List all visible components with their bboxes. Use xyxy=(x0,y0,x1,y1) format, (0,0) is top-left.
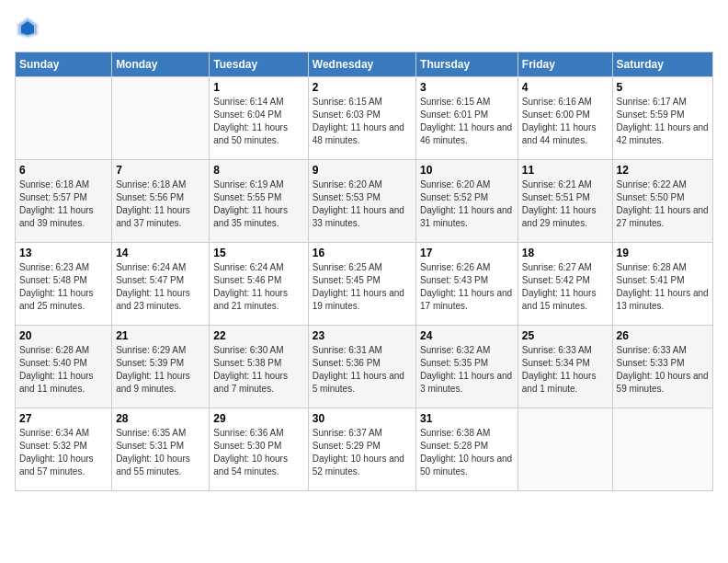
day-cell: 31Sunrise: 6:38 AM Sunset: 5:28 PM Dayli… xyxy=(416,408,518,491)
day-cell: 22Sunrise: 6:30 AM Sunset: 5:38 PM Dayli… xyxy=(210,326,308,408)
day-cell xyxy=(518,408,612,491)
day-info: Sunrise: 6:33 AM Sunset: 5:34 PM Dayligh… xyxy=(522,344,609,396)
day-info: Sunrise: 6:32 AM Sunset: 5:35 PM Dayligh… xyxy=(420,344,514,396)
week-row-2: 6Sunrise: 6:18 AM Sunset: 5:57 PM Daylig… xyxy=(16,160,713,243)
day-cell: 25Sunrise: 6:33 AM Sunset: 5:34 PM Dayli… xyxy=(518,326,612,408)
calendar-table: SundayMondayTuesdayWednesdayThursdayFrid… xyxy=(15,52,713,491)
day-info: Sunrise: 6:26 AM Sunset: 5:43 PM Dayligh… xyxy=(420,261,514,313)
day-cell: 10Sunrise: 6:20 AM Sunset: 5:52 PM Dayli… xyxy=(416,160,518,243)
day-info: Sunrise: 6:21 AM Sunset: 5:51 PM Dayligh… xyxy=(522,178,609,230)
day-info: Sunrise: 6:34 AM Sunset: 5:32 PM Dayligh… xyxy=(19,427,108,478)
day-info: Sunrise: 6:28 AM Sunset: 5:41 PM Dayligh… xyxy=(617,261,709,313)
day-number: 28 xyxy=(116,412,205,425)
day-cell: 20Sunrise: 6:28 AM Sunset: 5:40 PM Dayli… xyxy=(16,326,112,408)
day-number: 30 xyxy=(313,412,412,425)
day-info: Sunrise: 6:18 AM Sunset: 5:57 PM Dayligh… xyxy=(19,178,108,230)
column-header-tuesday: Tuesday xyxy=(210,52,308,77)
day-cell: 12Sunrise: 6:22 AM Sunset: 5:50 PM Dayli… xyxy=(612,160,712,243)
day-cell: 19Sunrise: 6:28 AM Sunset: 5:41 PM Dayli… xyxy=(612,243,712,326)
day-cell: 29Sunrise: 6:36 AM Sunset: 5:30 PM Dayli… xyxy=(210,408,308,491)
day-number: 29 xyxy=(213,412,303,425)
day-number: 26 xyxy=(617,329,709,342)
day-info: Sunrise: 6:31 AM Sunset: 5:36 PM Dayligh… xyxy=(313,344,412,396)
column-header-sunday: Sunday xyxy=(16,52,112,77)
day-info: Sunrise: 6:19 AM Sunset: 5:55 PM Dayligh… xyxy=(213,178,303,230)
day-cell: 13Sunrise: 6:23 AM Sunset: 5:48 PM Dayli… xyxy=(16,243,112,326)
logo xyxy=(15,15,44,40)
day-number: 2 xyxy=(313,81,412,94)
day-cell: 11Sunrise: 6:21 AM Sunset: 5:51 PM Dayli… xyxy=(518,160,612,243)
day-cell: 6Sunrise: 6:18 AM Sunset: 5:57 PM Daylig… xyxy=(16,160,112,243)
column-header-monday: Monday xyxy=(112,52,210,77)
day-info: Sunrise: 6:29 AM Sunset: 5:39 PM Dayligh… xyxy=(116,344,205,396)
day-number: 17 xyxy=(420,247,514,259)
day-info: Sunrise: 6:20 AM Sunset: 5:52 PM Dayligh… xyxy=(420,178,514,230)
day-number: 3 xyxy=(420,81,514,94)
day-number: 5 xyxy=(617,81,709,94)
day-number: 8 xyxy=(213,164,303,177)
day-cell xyxy=(16,77,112,160)
day-cell: 17Sunrise: 6:26 AM Sunset: 5:43 PM Dayli… xyxy=(416,243,518,326)
day-number: 13 xyxy=(19,247,108,259)
column-header-thursday: Thursday xyxy=(416,52,518,77)
week-row-3: 13Sunrise: 6:23 AM Sunset: 5:48 PM Dayli… xyxy=(16,243,713,326)
day-info: Sunrise: 6:28 AM Sunset: 5:40 PM Dayligh… xyxy=(19,344,108,396)
day-number: 14 xyxy=(116,247,205,259)
day-info: Sunrise: 6:23 AM Sunset: 5:48 PM Dayligh… xyxy=(19,261,108,313)
day-cell xyxy=(612,408,712,491)
week-row-1: 1Sunrise: 6:14 AM Sunset: 6:04 PM Daylig… xyxy=(16,77,713,160)
day-info: Sunrise: 6:15 AM Sunset: 6:01 PM Dayligh… xyxy=(420,96,514,147)
day-number: 19 xyxy=(617,247,709,259)
week-row-4: 20Sunrise: 6:28 AM Sunset: 5:40 PM Dayli… xyxy=(16,326,713,408)
logo-icon xyxy=(15,15,40,40)
calendar-header: SundayMondayTuesdayWednesdayThursdayFrid… xyxy=(16,52,713,77)
day-number: 12 xyxy=(617,164,709,177)
day-number: 11 xyxy=(522,164,609,177)
day-number: 18 xyxy=(522,247,609,259)
day-info: Sunrise: 6:17 AM Sunset: 5:59 PM Dayligh… xyxy=(617,96,709,147)
day-number: 24 xyxy=(420,329,514,342)
day-number: 15 xyxy=(213,247,303,259)
day-number: 25 xyxy=(522,329,609,342)
day-info: Sunrise: 6:20 AM Sunset: 5:53 PM Dayligh… xyxy=(313,178,412,230)
day-info: Sunrise: 6:38 AM Sunset: 5:28 PM Dayligh… xyxy=(420,427,514,478)
day-number: 20 xyxy=(19,329,108,342)
day-number: 1 xyxy=(213,81,303,94)
day-info: Sunrise: 6:36 AM Sunset: 5:30 PM Dayligh… xyxy=(213,427,303,478)
day-cell: 1Sunrise: 6:14 AM Sunset: 6:04 PM Daylig… xyxy=(210,77,308,160)
page-header xyxy=(15,15,713,40)
day-cell: 2Sunrise: 6:15 AM Sunset: 6:03 PM Daylig… xyxy=(308,77,415,160)
day-info: Sunrise: 6:18 AM Sunset: 5:56 PM Dayligh… xyxy=(116,178,205,230)
day-info: Sunrise: 6:14 AM Sunset: 6:04 PM Dayligh… xyxy=(213,96,303,147)
day-number: 31 xyxy=(420,412,514,425)
day-number: 4 xyxy=(522,81,609,94)
day-cell: 18Sunrise: 6:27 AM Sunset: 5:42 PM Dayli… xyxy=(518,243,612,326)
day-cell: 8Sunrise: 6:19 AM Sunset: 5:55 PM Daylig… xyxy=(210,160,308,243)
day-cell: 26Sunrise: 6:33 AM Sunset: 5:33 PM Dayli… xyxy=(612,326,712,408)
day-info: Sunrise: 6:27 AM Sunset: 5:42 PM Dayligh… xyxy=(522,261,609,313)
column-header-friday: Friday xyxy=(518,52,612,77)
day-cell: 7Sunrise: 6:18 AM Sunset: 5:56 PM Daylig… xyxy=(112,160,210,243)
day-cell xyxy=(112,77,210,160)
day-info: Sunrise: 6:30 AM Sunset: 5:38 PM Dayligh… xyxy=(213,344,303,396)
column-header-saturday: Saturday xyxy=(612,52,712,77)
day-cell: 28Sunrise: 6:35 AM Sunset: 5:31 PM Dayli… xyxy=(112,408,210,491)
day-cell: 14Sunrise: 6:24 AM Sunset: 5:47 PM Dayli… xyxy=(112,243,210,326)
day-info: Sunrise: 6:22 AM Sunset: 5:50 PM Dayligh… xyxy=(617,178,709,230)
day-number: 6 xyxy=(19,164,108,177)
day-cell: 27Sunrise: 6:34 AM Sunset: 5:32 PM Dayli… xyxy=(16,408,112,491)
day-number: 23 xyxy=(313,329,412,342)
calendar-body: 1Sunrise: 6:14 AM Sunset: 6:04 PM Daylig… xyxy=(16,77,713,491)
day-cell: 30Sunrise: 6:37 AM Sunset: 5:29 PM Dayli… xyxy=(308,408,415,491)
day-number: 7 xyxy=(116,164,205,177)
day-info: Sunrise: 6:25 AM Sunset: 5:45 PM Dayligh… xyxy=(313,261,412,313)
day-number: 27 xyxy=(19,412,108,425)
day-cell: 4Sunrise: 6:16 AM Sunset: 6:00 PM Daylig… xyxy=(518,77,612,160)
day-number: 22 xyxy=(213,329,303,342)
day-number: 9 xyxy=(313,164,412,177)
day-info: Sunrise: 6:15 AM Sunset: 6:03 PM Dayligh… xyxy=(313,96,412,147)
day-info: Sunrise: 6:35 AM Sunset: 5:31 PM Dayligh… xyxy=(116,427,205,478)
day-cell: 15Sunrise: 6:24 AM Sunset: 5:46 PM Dayli… xyxy=(210,243,308,326)
column-header-wednesday: Wednesday xyxy=(308,52,415,77)
header-row: SundayMondayTuesdayWednesdayThursdayFrid… xyxy=(16,52,713,77)
